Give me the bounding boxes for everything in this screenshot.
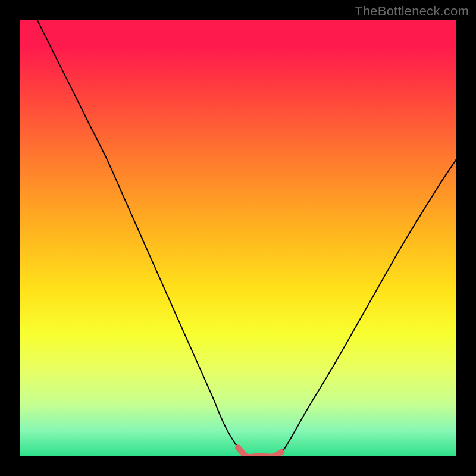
curve-layer — [20, 20, 456, 456]
flat-bottom-highlight-path — [238, 447, 281, 456]
bottleneck-curve-path — [20, 20, 456, 456]
watermark-label: TheBottleneck.com — [355, 4, 469, 19]
plot-area — [20, 20, 456, 456]
chart-frame: TheBottleneck.com — [0, 0, 476, 476]
